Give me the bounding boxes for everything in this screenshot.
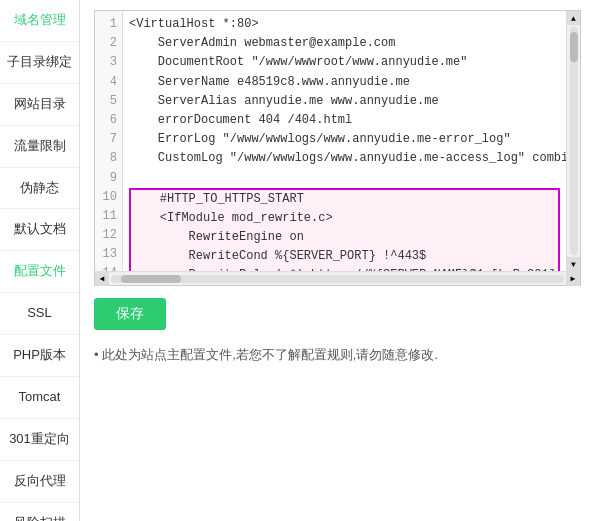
sidebar-item-sitedir[interactable]: 网站目录: [0, 84, 79, 126]
scrollbar-h-thumb[interactable]: [121, 275, 181, 283]
sidebar-item-defaultdoc[interactable]: 默认文档: [0, 209, 79, 251]
line-numbers: 1234567891011121314151617: [95, 11, 123, 271]
scrollbar-horizontal[interactable]: ◀ ▶: [95, 271, 580, 285]
sidebar-item-riskscan[interactable]: 风险扫描: [0, 503, 79, 521]
scroll-down-button[interactable]: ▼: [567, 257, 581, 271]
code-editor[interactable]: 1234567891011121314151617 <VirtualHost *…: [94, 10, 581, 286]
note-text: 此处为站点主配置文件,若您不了解配置规则,请勿随意修改.: [94, 342, 581, 368]
save-button[interactable]: 保存: [94, 298, 166, 330]
sidebar-item-pseudostatic[interactable]: 伪静态: [0, 168, 79, 210]
scrollbar-h-track: [111, 275, 564, 283]
sidebar-item-domain[interactable]: 域名管理: [0, 0, 79, 42]
sidebar-item-tomcat[interactable]: Tomcat: [0, 377, 79, 419]
sidebar-item-configfile[interactable]: 配置文件: [0, 251, 79, 293]
sidebar-item-ssl[interactable]: SSL: [0, 293, 79, 335]
sidebar-item-reverseproxy[interactable]: 反向代理: [0, 461, 79, 503]
code-body: 1234567891011121314151617 <VirtualHost *…: [95, 11, 580, 271]
sidebar-item-subdir[interactable]: 子目录绑定: [0, 42, 79, 84]
scrollbar-vertical[interactable]: ▲ ▼: [566, 11, 580, 271]
main-content: 1234567891011121314151617 <VirtualHost *…: [80, 0, 595, 521]
sidebar-item-redirect301[interactable]: 301重定向: [0, 419, 79, 461]
sidebar-item-traffic[interactable]: 流量限制: [0, 126, 79, 168]
scrollbar-v-track: [570, 27, 578, 255]
scrollbar-v-thumb[interactable]: [570, 32, 578, 62]
scroll-up-button[interactable]: ▲: [567, 11, 581, 25]
scroll-left-button[interactable]: ◀: [95, 272, 109, 286]
sidebar-item-php[interactable]: PHP版本: [0, 335, 79, 377]
code-content[interactable]: <VirtualHost *:80> ServerAdmin webmaster…: [123, 11, 566, 271]
scroll-right-button[interactable]: ▶: [566, 272, 580, 286]
sidebar: 域名管理子目录绑定网站目录流量限制伪静态默认文档配置文件SSLPHP版本Tomc…: [0, 0, 80, 521]
